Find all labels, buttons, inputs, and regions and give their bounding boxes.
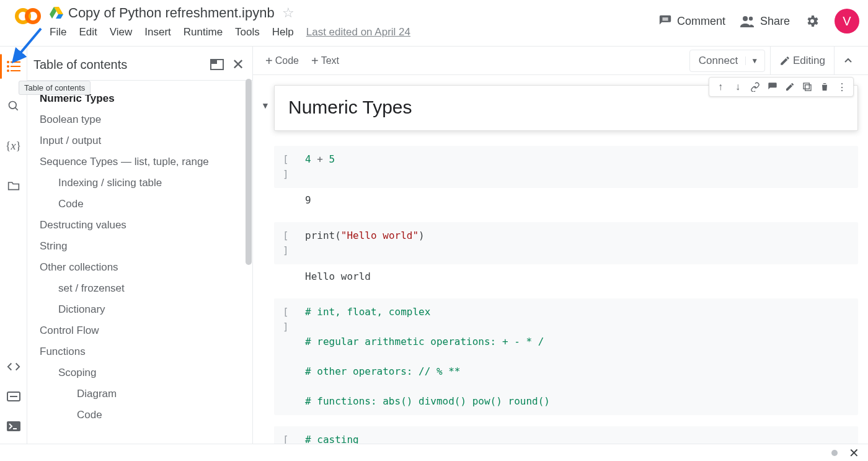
add-code-button[interactable]: +Code	[259, 51, 305, 70]
toc-item[interactable]: Code	[32, 194, 246, 215]
cell-move-up-icon[interactable]: ↑	[712, 78, 729, 96]
toc-panel: Table of contents ✕ Numeric TypesBoolean…	[27, 47, 253, 444]
code-input[interactable]: [ ]print("Hello world")	[274, 222, 858, 264]
toc-item[interactable]: Boolean type	[32, 109, 246, 130]
editing-label: Editing	[793, 55, 825, 67]
menu-help[interactable]: Help	[272, 26, 294, 38]
code-body[interactable]: # int, float, complex # regular arithmet…	[305, 305, 849, 409]
code-input[interactable]: [ ]4 + 5	[274, 146, 858, 188]
rail-terminal-icon[interactable]	[5, 418, 22, 435]
code-cell[interactable]: [ ]4 + 59	[274, 146, 858, 211]
share-people-icon	[740, 14, 755, 28]
last-edit-link[interactable]: Last edited on April 24	[306, 26, 410, 38]
svg-point-8	[7, 61, 9, 63]
code-cell[interactable]: [ ]print("Hello world")Hello world	[274, 222, 858, 287]
run-prompt[interactable]: [ ]	[283, 305, 305, 409]
toc-item[interactable]: String	[32, 236, 246, 257]
header-actions: Comment Share V	[658, 4, 859, 34]
colab-logo-icon[interactable]	[14, 7, 42, 25]
menu-runtime[interactable]: Runtime	[184, 26, 223, 38]
menu-view[interactable]: View	[110, 26, 133, 38]
run-prompt[interactable]: [ ]	[283, 152, 305, 182]
rail-variables-icon[interactable]: {x}	[5, 137, 22, 154]
svg-point-5	[743, 16, 748, 21]
share-label: Share	[760, 15, 790, 28]
cell-link-icon[interactable]	[746, 78, 764, 96]
menu-tools[interactable]: Tools	[235, 26, 260, 38]
heading-text: Numeric Types	[288, 97, 844, 118]
toc-item[interactable]: Diagram	[32, 383, 246, 405]
toc-item[interactable]: Sequence Types — list, tuple, range	[32, 151, 246, 172]
toc-close-icon[interactable]: ✕	[230, 56, 246, 73]
cell-edit-icon[interactable]	[781, 78, 799, 96]
cell-mirror-icon[interactable]	[799, 78, 816, 96]
svg-line-15	[15, 108, 17, 110]
toc-item[interactable]: Functions	[32, 341, 246, 362]
google-drive-icon	[50, 7, 63, 19]
workspace: {x} Table of contents ✕ Numeric TypesBoo…	[0, 46, 868, 444]
svg-rect-22	[804, 83, 809, 89]
svg-rect-9	[11, 61, 20, 63]
rail-command-palette-icon[interactable]	[5, 388, 22, 405]
rail-code-snippets-icon[interactable]	[5, 358, 22, 375]
menu-edit[interactable]: Edit	[79, 26, 97, 38]
menu-file[interactable]: File	[50, 26, 66, 38]
toc-item[interactable]: set / frozenset	[32, 278, 246, 299]
code-cell[interactable]: [ ]# int, float, complex # regular arith…	[274, 298, 858, 415]
heading-cell[interactable]: ▼ ↑ ↓ ⋮ Numeric Types	[274, 85, 858, 131]
svg-point-6	[749, 17, 753, 20]
toc-item[interactable]: Code	[32, 405, 246, 426]
cell-delete-icon[interactable]	[816, 78, 833, 96]
settings-button[interactable]	[805, 14, 820, 29]
comment-label: Comment	[677, 15, 725, 28]
rail-files-icon[interactable]	[5, 177, 22, 194]
toc-item[interactable]: Control Flow	[32, 320, 246, 341]
menu-insert[interactable]: Insert	[144, 26, 171, 38]
editing-mode-button[interactable]: Editing	[770, 47, 834, 75]
code-body[interactable]: 4 + 5	[305, 152, 849, 182]
svg-point-12	[7, 69, 9, 72]
code-input[interactable]: [ ]# casting	[274, 426, 858, 444]
notebook-main: +Code +Text Connect ▼ Editing ▼	[253, 47, 868, 444]
rail-search-icon[interactable]	[5, 97, 22, 115]
toc-item[interactable]: Other collections	[32, 257, 246, 278]
toc-item[interactable]: Dictionary	[32, 299, 246, 320]
cell-move-down-icon[interactable]: ↓	[729, 78, 746, 96]
notebook-toolbar: +Code +Text Connect ▼ Editing	[253, 47, 868, 75]
toc-item[interactable]: Destructing values	[32, 215, 246, 236]
connect-dropdown[interactable]: ▼	[745, 56, 763, 65]
toc-tooltip: Table of contents	[19, 81, 91, 95]
section-collapse-icon[interactable]: ▼	[261, 101, 270, 110]
code-body[interactable]: # casting	[305, 432, 849, 444]
user-avatar[interactable]: V	[835, 9, 859, 34]
run-prompt[interactable]: [ ]	[283, 228, 305, 258]
cell-comment-icon[interactable]	[764, 78, 781, 96]
connect-label: Connect	[699, 55, 738, 67]
comment-button[interactable]: Comment	[658, 14, 725, 28]
toc-item[interactable]: Indexing / slicing table	[32, 172, 246, 194]
code-input[interactable]: [ ]# int, float, complex # regular arith…	[274, 298, 858, 415]
toc-item[interactable]: Input / output	[32, 130, 246, 151]
menubar: File Edit View Insert Runtime Tools Help…	[50, 21, 658, 38]
svg-point-14	[9, 102, 16, 109]
connect-button[interactable]: Connect	[691, 55, 745, 67]
code-body[interactable]: print("Hello world")	[305, 228, 849, 258]
document-title[interactable]: Copy of Python refreshment.ipynb	[68, 5, 275, 21]
cell-more-icon[interactable]: ⋮	[833, 78, 851, 96]
star-icon[interactable]: ☆	[280, 5, 297, 21]
code-output: Hello world	[274, 264, 858, 287]
toc-item[interactable]: Scoping	[32, 362, 246, 383]
code-cell[interactable]: [ ]# casting	[274, 426, 858, 444]
toc-move-to-tab-icon[interactable]	[209, 56, 225, 73]
rail-toc-icon[interactable]	[5, 58, 22, 75]
title-column: Copy of Python refreshment.ipynb ☆ File …	[50, 4, 658, 38]
connect-button-group: Connect ▼	[689, 50, 765, 72]
share-button[interactable]: Share	[740, 14, 790, 28]
add-text-button[interactable]: +Text	[305, 51, 345, 70]
collapse-toolbar-button[interactable]	[834, 47, 862, 75]
status-close-icon[interactable]: ✕	[849, 445, 859, 460]
svg-rect-11	[11, 66, 20, 67]
notebook-scroll-area[interactable]: ▼ ↑ ↓ ⋮ Numeric Types [ ]4 + 59[ ]print(…	[253, 75, 868, 444]
run-prompt[interactable]: [ ]	[283, 432, 305, 444]
logo-column	[6, 4, 50, 25]
